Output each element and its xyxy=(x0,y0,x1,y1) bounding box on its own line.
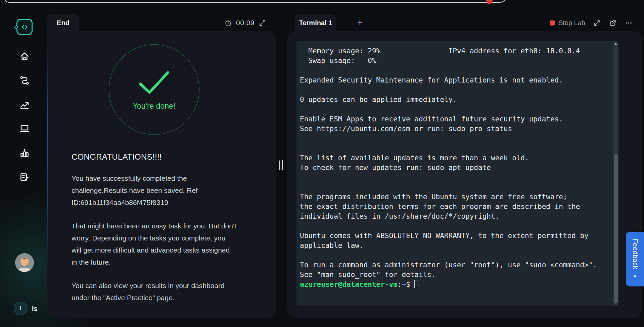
terminal-header-controls: Stop Lab xyxy=(550,14,633,31)
stop-lab-button[interactable]: Stop Lab xyxy=(550,19,585,27)
open-external-icon[interactable] xyxy=(609,19,617,27)
learning-path-icon[interactable] xyxy=(19,75,30,86)
result-paragraph: You have successfully completed the chal… xyxy=(72,172,236,209)
dashboard-paragraph: You can also view your results in your d… xyxy=(72,280,236,304)
home-icon[interactable] xyxy=(19,51,30,62)
sparkle-icon: ✦ xyxy=(633,273,637,279)
user-initial-badge: I xyxy=(14,302,27,315)
stopwatch-icon xyxy=(224,19,232,27)
expand-terminal-icon[interactable] xyxy=(593,19,601,27)
workspace-icon[interactable] xyxy=(19,123,30,134)
scrollbar-thumb[interactable] xyxy=(614,154,618,304)
panel-resize-handle[interactable] xyxy=(279,160,283,170)
new-terminal-button[interactable]: + xyxy=(353,14,367,31)
sidebar: I Is xyxy=(0,0,44,327)
terminal-panel: Memory usage: 29% IPv4 address for eth0:… xyxy=(287,31,642,318)
user-row[interactable]: I Is xyxy=(14,302,38,315)
terminal-cursor xyxy=(414,280,418,288)
tab-end-label: End xyxy=(57,19,70,27)
user-name-label: Is xyxy=(32,305,38,313)
notes-icon[interactable] xyxy=(19,171,30,183)
feedback-button[interactable]: Feedback ✦ xyxy=(626,232,644,286)
feedback-label: Feedback xyxy=(631,239,639,269)
expand-challenge-icon[interactable] xyxy=(259,19,266,27)
logo-notch xyxy=(14,25,18,30)
scroll-up-arrow-icon[interactable] xyxy=(614,43,617,45)
terminal-prompt: azureuser@datacenter-vm:~$ xyxy=(300,280,608,289)
tab-terminal-1-label: Terminal 1 xyxy=(299,19,332,27)
terminal-output: Memory usage: 29% IPv4 address for eth0:… xyxy=(300,46,608,280)
prompt-separator: : xyxy=(398,280,402,288)
terminal-screen[interactable]: Memory usage: 29% IPv4 address for eth0:… xyxy=(296,41,618,306)
challenge-header-controls: 00:09 xyxy=(224,14,266,31)
check-icon xyxy=(135,69,173,96)
prompt-symbol: $ xyxy=(406,280,410,288)
user-avatar[interactable] xyxy=(15,253,34,272)
tab-terminal-1[interactable]: Terminal 1 xyxy=(295,14,336,31)
tab-end[interactable]: End xyxy=(47,14,79,31)
stop-lab-label: Stop Lab xyxy=(558,19,585,27)
window-top-outline xyxy=(3,0,506,3)
timer-value: 00:09 xyxy=(236,19,255,27)
success-badge: You're done! xyxy=(133,102,176,111)
challenge-panel: You're done! CONGRATULATIONS!!!! You hav… xyxy=(47,31,276,318)
app-logo-icon[interactable] xyxy=(16,19,33,35)
congratulations-heading: CONGRATULATIONS!!!! xyxy=(72,152,236,162)
progress-chart-icon[interactable] xyxy=(19,99,30,110)
prompt-path: ~ xyxy=(402,280,406,288)
encouragement-paragraph: That might have been an easy task for yo… xyxy=(72,220,236,268)
success-circle: You're done! xyxy=(109,44,199,135)
recording-indicator-icon xyxy=(486,0,493,4)
stop-square-icon xyxy=(550,20,555,25)
more-options-icon[interactable] xyxy=(625,19,633,27)
terminal-scrollbar[interactable] xyxy=(613,41,618,306)
app-root: I Is End 00:09 You're done! CONGRATULATI… xyxy=(0,0,644,327)
prompt-user-host: azureuser@datacenter-vm xyxy=(300,280,398,288)
leaderboard-icon[interactable] xyxy=(19,147,30,159)
